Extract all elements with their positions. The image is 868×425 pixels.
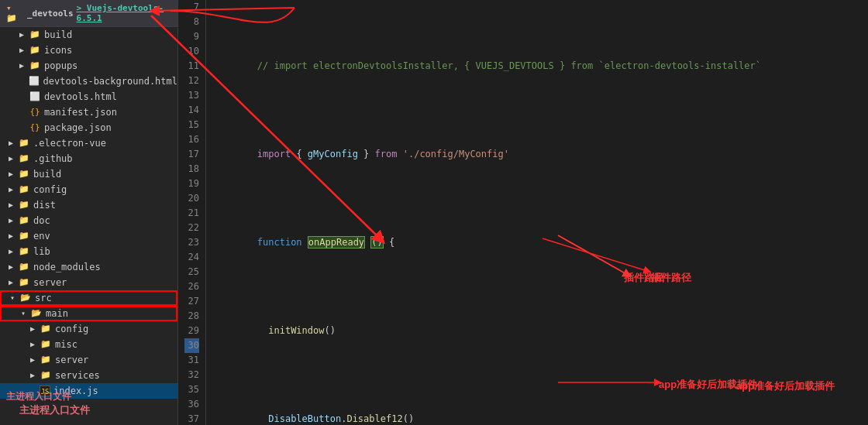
- tree-label: lib: [33, 246, 50, 257]
- folder-icon: 📁: [40, 354, 52, 366]
- sidebar-header: ▾ 📁 _devtools > Vuejs-devtools-6.5.1: [0, 0, 177, 27]
- tree-label: popups: [44, 60, 78, 71]
- collapse-arrow: ▶: [6, 139, 16, 148]
- html-icon: ⬜: [29, 91, 41, 103]
- tree-label: .electron-vue: [33, 138, 106, 149]
- tree-item-config2[interactable]: ▶ 📁 config: [0, 321, 177, 337]
- tree-item-icons[interactable]: ▶ 📁 icons: [0, 43, 177, 58]
- file-explorer: ▾ 📁 _devtools > Vuejs-devtools-6.5.1 ▶ 📁…: [0, 0, 178, 425]
- code-line-10: initWindow(): [212, 309, 862, 353]
- code-editor: 7 8 9 10 11 12 13 14 15 16 17 18 19 20 2…: [178, 0, 868, 425]
- collapse-arrow: ▶: [6, 231, 16, 241]
- folder-icon: 📁: [29, 29, 41, 41]
- tree-item-manifest[interactable]: ▶ {} manifest.json: [0, 105, 177, 120]
- folder-icon: 📁: [18, 276, 30, 289]
- tree-item-build2[interactable]: ▶ 📁 build: [0, 166, 177, 182]
- folder-icon: 📁: [18, 168, 30, 180]
- collapse-arrow: ▶: [6, 201, 16, 210]
- tree-label: src: [35, 293, 52, 303]
- tree-label: node_modules: [33, 262, 101, 272]
- tree-item-devtools-html[interactable]: ▶ ⬜ devtools.html: [0, 89, 177, 105]
- tree-item-node-modules[interactable]: ▶ 📁 node_modules: [0, 259, 177, 275]
- line-numbers: 7 8 9 10 11 12 13 14 15 16 17 18 19 20 2…: [178, 0, 206, 425]
- collapse-arrow: ▶: [28, 340, 37, 349]
- sidebar-root-label: _devtools: [27, 9, 74, 19]
- collapse-arrow: ▶: [17, 61, 26, 70]
- tree-item-popups[interactable]: ▶ 📁 popups: [0, 58, 177, 74]
- tree-item-build[interactable]: ▶ 📁 build: [0, 27, 177, 43]
- tree-item-dist[interactable]: ▶ 📁 dist: [0, 197, 177, 213]
- tree-item-server[interactable]: ▶ 📁 server: [0, 275, 177, 290]
- code-line-8: import { gMyConfig } from './config/MyCo…: [212, 132, 862, 177]
- folder-icon: 📁: [18, 137, 30, 149]
- collapse-arrow: ▶: [28, 355, 37, 365]
- collapse-arrow: ▶: [6, 185, 16, 194]
- tree-item-services[interactable]: ▶ 📁 services: [0, 368, 177, 383]
- collapse-arrow: ▶: [6, 262, 16, 272]
- tree-label: config: [33, 184, 67, 195]
- html-icon: ⬜: [28, 75, 40, 87]
- collapse-arrow: ▶: [17, 30, 26, 39]
- tree-item-main[interactable]: ▾ 📂 main: [0, 306, 177, 321]
- tree-label: env: [33, 231, 50, 242]
- tree-item-index-js[interactable]: ▶ JS index.js: [0, 383, 177, 399]
- tree-item-config[interactable]: ▶ 📁 config: [0, 182, 177, 197]
- tree-label: main: [46, 308, 68, 319]
- json-icon: {}: [29, 122, 41, 134]
- folder-icon: 📁: [18, 230, 30, 242]
- tree-label: devtools-background.html: [43, 76, 177, 87]
- tree-label: manifest.json: [44, 107, 117, 118]
- folder-icon: 📁: [40, 338, 52, 351]
- tree-label: dist: [33, 200, 56, 211]
- folder-open-icon: 📂: [30, 307, 43, 320]
- folder-icon: 📁: [29, 44, 41, 57]
- code-line-9: function onAppReady () {: [212, 221, 862, 265]
- collapse-arrow: ▶: [28, 324, 37, 334]
- tree-item-lib[interactable]: ▶ 📁 lib: [0, 244, 177, 259]
- tree-label: server: [33, 277, 67, 288]
- expand-arrow: ▾: [19, 309, 28, 318]
- tree-label: build: [33, 169, 61, 180]
- collapse-arrow: ▶: [6, 170, 16, 179]
- tree-label: config: [55, 324, 88, 334]
- collapse-arrow: ▶: [6, 154, 16, 163]
- tree-label: devtools.html: [44, 91, 117, 102]
- collapse-arrow: ▶: [28, 371, 37, 380]
- code-line-11: DisableButton.Disablef12(): [212, 397, 862, 425]
- tree-label: package.json: [44, 122, 112, 133]
- tree-item-env[interactable]: ▶ 📁 env: [0, 228, 177, 244]
- collapse-arrow: ▶: [6, 278, 16, 287]
- json-icon: {}: [29, 106, 41, 118]
- tree-item-electron-vue[interactable]: ▶ 📁 .electron-vue: [0, 135, 177, 151]
- js-icon: JS: [40, 386, 50, 396]
- tree-item-server2[interactable]: ▶ 📁 server: [0, 352, 177, 368]
- tree-item-github[interactable]: ▶ 📁 .github: [0, 151, 177, 166]
- tree-item-package[interactable]: ▶ {} package.json: [0, 120, 177, 135]
- code-content: // import electronDevtoolsInstaller, { V…: [206, 0, 868, 425]
- folder-icon: 📁: [40, 323, 52, 335]
- expand-arrow: ▾: [8, 293, 17, 303]
- folder-icon: 📁: [29, 60, 41, 72]
- tree-label: services: [55, 370, 100, 381]
- tree-label: .github: [33, 153, 73, 164]
- tree-item-src[interactable]: ▾ 📂 src: [0, 290, 177, 306]
- folder-icon: 📁: [18, 214, 30, 227]
- folder-icon: 📁: [18, 183, 30, 196]
- folder-icon: ▾ 📁: [6, 3, 24, 23]
- folder-icon: 📁: [40, 369, 52, 382]
- tree-label: icons: [44, 45, 72, 56]
- devtools-link[interactable]: > Vuejs-devtools-6.5.1: [77, 3, 171, 23]
- tree-item-devtools-background[interactable]: ▶ ⬜ devtools-background.html: [0, 74, 177, 89]
- tree-label: index.js: [53, 386, 98, 396]
- code-line-7: // import electronDevtoolsInstaller, { V…: [212, 44, 862, 88]
- tree-label: misc: [55, 339, 78, 350]
- folder-icon: 📁: [18, 245, 30, 258]
- tree-label: server: [55, 355, 88, 365]
- tree-label: build: [44, 29, 72, 40]
- tree-item-doc[interactable]: ▶ 📁 doc: [0, 213, 177, 228]
- tree-label: doc: [33, 215, 50, 226]
- collapse-arrow: ▶: [6, 247, 16, 256]
- tree-item-misc[interactable]: ▶ 📁 misc: [0, 337, 177, 352]
- folder-open-icon: 📂: [19, 292, 32, 304]
- collapse-arrow: ▶: [6, 216, 16, 225]
